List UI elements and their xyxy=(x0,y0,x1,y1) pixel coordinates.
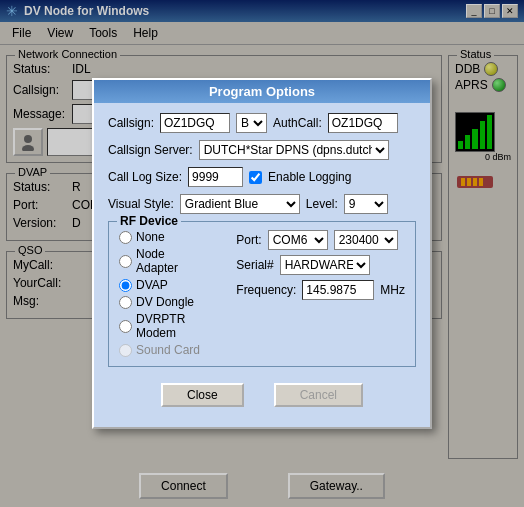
dialog-body: Callsign: BCD AuthCall: Callsign Server:… xyxy=(94,103,430,427)
rf-port-row: Port: COM1COM2COM3 COM4COM5COM6 96001920… xyxy=(236,230,405,250)
radio-dvrptr-input[interactable] xyxy=(119,320,132,333)
radio-sound-card: Sound Card xyxy=(119,343,206,357)
rf-port-label: Port: xyxy=(236,233,261,247)
program-options-dialog: Program Options Callsign: BCD AuthCall: … xyxy=(92,78,432,429)
dlg-log-input[interactable] xyxy=(188,167,243,187)
dlg-logging-label: Enable Logging xyxy=(268,170,351,184)
dlg-server-label: Callsign Server: xyxy=(108,143,193,157)
rf-frequency-label: Frequency: xyxy=(236,283,296,297)
rf-port-select[interactable]: COM1COM2COM3 COM4COM5COM6 xyxy=(268,230,328,250)
radio-dv-dongle: DV Dongle xyxy=(119,295,206,309)
rf-right-controls: Port: COM1COM2COM3 COM4COM5COM6 96001920… xyxy=(236,230,405,360)
dlg-callsign-label: Callsign: xyxy=(108,116,154,130)
rf-device-group: RF Device None Node Adapter xyxy=(108,221,416,367)
rf-serial-select[interactable]: HARDWARE AUTO xyxy=(280,255,370,275)
dialog-overlay: Program Options Callsign: BCD AuthCall: … xyxy=(0,0,524,507)
dialog-close-button[interactable]: Close xyxy=(161,383,244,407)
rf-frequency-row: Frequency: MHz xyxy=(236,280,405,300)
rf-radio-options: None Node Adapter DVAP DV Dongle xyxy=(119,230,206,360)
dlg-callsign-suffix-select[interactable]: BCD xyxy=(236,113,267,133)
radio-dvrptr: DVRPTR Modem xyxy=(119,312,206,340)
callsign-server-row: Callsign Server: DUTCH*Star DPNS (dpns.d… xyxy=(108,140,416,160)
rf-frequency-input[interactable] xyxy=(302,280,374,300)
radio-none-input[interactable] xyxy=(119,231,132,244)
dlg-style-select[interactable]: Gradient Blue Classic Modern xyxy=(180,194,300,214)
dlg-log-label: Call Log Size: xyxy=(108,170,182,184)
visual-style-row: Visual Style: Gradient Blue Classic Mode… xyxy=(108,194,416,214)
rf-device-title: RF Device xyxy=(117,214,181,228)
radio-sound-card-label: Sound Card xyxy=(136,343,200,357)
callsign-row: Callsign: BCD AuthCall: xyxy=(108,113,416,133)
radio-node-adapter-input[interactable] xyxy=(119,255,132,268)
dialog-title: Program Options xyxy=(94,80,430,103)
radio-dvrptr-label: DVRPTR Modem xyxy=(136,312,206,340)
rf-baud-select[interactable]: 96001920038400 57600115200230400 xyxy=(334,230,398,250)
dialog-footer: Close Cancel xyxy=(108,375,416,417)
radio-dvap: DVAP xyxy=(119,278,206,292)
rf-serial-row: Serial# HARDWARE AUTO xyxy=(236,255,405,275)
dlg-authcall-label: AuthCall: xyxy=(273,116,322,130)
rf-serial-label: Serial# xyxy=(236,258,273,272)
radio-none: None xyxy=(119,230,206,244)
dlg-logging-checkbox[interactable] xyxy=(249,171,262,184)
dlg-server-select[interactable]: DUTCH*Star DPNS (dpns.dutch-star.eu) xyxy=(199,140,389,160)
radio-dvap-input[interactable] xyxy=(119,279,132,292)
radio-dvap-label: DVAP xyxy=(136,278,168,292)
radio-dv-dongle-label: DV Dongle xyxy=(136,295,194,309)
radio-node-adapter-label: Node Adapter xyxy=(136,247,206,275)
dlg-authcall-input[interactable] xyxy=(328,113,398,133)
dlg-level-label: Level: xyxy=(306,197,338,211)
dlg-callsign-input[interactable] xyxy=(160,113,230,133)
call-log-row: Call Log Size: Enable Logging xyxy=(108,167,416,187)
radio-dv-dongle-input[interactable] xyxy=(119,296,132,309)
radio-sound-card-input[interactable] xyxy=(119,344,132,357)
radio-node-adapter: Node Adapter xyxy=(119,247,206,275)
radio-none-label: None xyxy=(136,230,165,244)
rf-mhz-label: MHz xyxy=(380,283,405,297)
dialog-cancel-button[interactable]: Cancel xyxy=(274,383,363,407)
dlg-level-select[interactable]: 1234 5678 910 xyxy=(344,194,388,214)
dlg-style-label: Visual Style: xyxy=(108,197,174,211)
